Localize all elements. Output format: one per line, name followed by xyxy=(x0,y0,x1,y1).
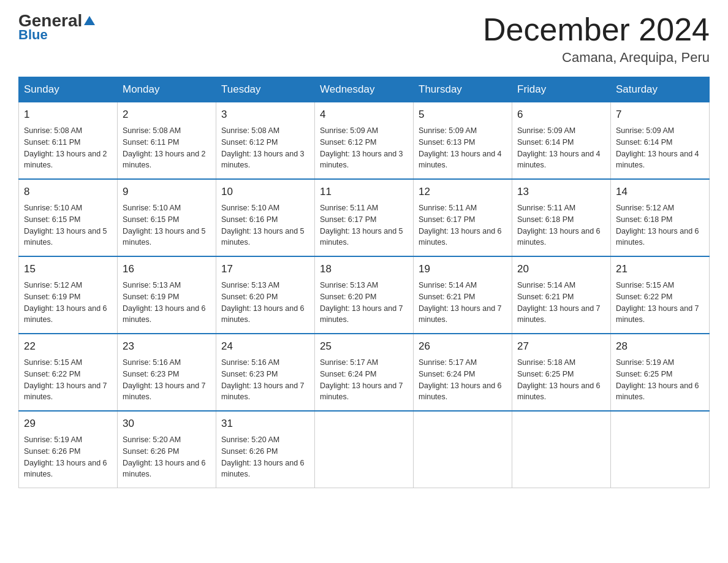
calendar-day-cell: 31 Sunrise: 5:20 AMSunset: 6:26 PMDaylig… xyxy=(216,411,315,488)
day-info: Sunrise: 5:19 AMSunset: 6:25 PMDaylight:… xyxy=(616,358,699,402)
calendar-day-cell: 30 Sunrise: 5:20 AMSunset: 6:26 PMDaylig… xyxy=(118,411,216,488)
day-info: Sunrise: 5:10 AMSunset: 6:15 PMDaylight:… xyxy=(24,204,107,247)
calendar-week-row: 29 Sunrise: 5:19 AMSunset: 6:26 PMDaylig… xyxy=(19,411,710,488)
month-title: December 2024 xyxy=(483,12,710,47)
calendar-day-cell xyxy=(512,411,611,488)
calendar-day-cell: 20 Sunrise: 5:14 AMSunset: 6:21 PMDaylig… xyxy=(512,256,611,334)
day-number: 5 xyxy=(419,107,507,123)
day-number: 25 xyxy=(320,339,408,354)
day-info: Sunrise: 5:15 AMSunset: 6:22 PMDaylight:… xyxy=(616,281,699,324)
day-info: Sunrise: 5:16 AMSunset: 6:23 PMDaylight:… xyxy=(123,358,206,402)
calendar-day-cell: 15 Sunrise: 5:12 AMSunset: 6:19 PMDaylig… xyxy=(19,256,118,334)
day-number: 23 xyxy=(123,339,211,354)
day-number: 8 xyxy=(24,185,112,200)
day-info: Sunrise: 5:08 AMSunset: 6:12 PMDaylight:… xyxy=(221,126,305,170)
day-info: Sunrise: 5:18 AMSunset: 6:25 PMDaylight:… xyxy=(517,358,601,402)
calendar-day-cell: 23 Sunrise: 5:16 AMSunset: 6:23 PMDaylig… xyxy=(118,334,216,411)
day-info: Sunrise: 5:17 AMSunset: 6:24 PMDaylight:… xyxy=(320,358,403,402)
day-info: Sunrise: 5:15 AMSunset: 6:22 PMDaylight:… xyxy=(24,358,107,402)
day-number: 9 xyxy=(123,185,211,200)
day-info: Sunrise: 5:09 AMSunset: 6:12 PMDaylight:… xyxy=(320,126,403,170)
calendar-week-row: 22 Sunrise: 5:15 AMSunset: 6:22 PMDaylig… xyxy=(19,334,710,411)
calendar-day-cell: 5 Sunrise: 5:09 AMSunset: 6:13 PMDayligh… xyxy=(414,102,512,180)
day-number: 20 xyxy=(517,262,605,277)
day-info: Sunrise: 5:11 AMSunset: 6:17 PMDaylight:… xyxy=(320,204,403,247)
day-number: 22 xyxy=(24,339,112,354)
header-tuesday: Tuesday xyxy=(216,77,315,102)
calendar-day-cell: 10 Sunrise: 5:10 AMSunset: 6:16 PMDaylig… xyxy=(216,179,315,256)
logo: General Blue xyxy=(18,12,95,43)
day-number: 30 xyxy=(123,416,211,432)
logo-blue: Blue xyxy=(18,27,48,43)
header-friday: Friday xyxy=(512,77,611,102)
calendar-day-cell: 8 Sunrise: 5:10 AMSunset: 6:15 PMDayligh… xyxy=(19,179,118,256)
day-info: Sunrise: 5:20 AMSunset: 6:26 PMDaylight:… xyxy=(221,435,305,479)
calendar-day-cell: 17 Sunrise: 5:13 AMSunset: 6:20 PMDaylig… xyxy=(216,256,315,334)
day-info: Sunrise: 5:16 AMSunset: 6:23 PMDaylight:… xyxy=(221,358,305,402)
calendar-day-cell: 2 Sunrise: 5:08 AMSunset: 6:11 PMDayligh… xyxy=(118,102,216,180)
day-info: Sunrise: 5:14 AMSunset: 6:21 PMDaylight:… xyxy=(419,281,502,324)
day-number: 11 xyxy=(320,185,408,200)
header-monday: Monday xyxy=(118,77,216,102)
calendar-day-cell xyxy=(611,411,710,488)
day-info: Sunrise: 5:12 AMSunset: 6:19 PMDaylight:… xyxy=(24,281,107,324)
calendar-day-cell: 28 Sunrise: 5:19 AMSunset: 6:25 PMDaylig… xyxy=(611,334,710,411)
day-info: Sunrise: 5:09 AMSunset: 6:14 PMDaylight:… xyxy=(517,126,601,170)
day-number: 21 xyxy=(616,262,704,277)
day-number: 7 xyxy=(616,107,704,123)
calendar-day-cell: 13 Sunrise: 5:11 AMSunset: 6:18 PMDaylig… xyxy=(512,179,611,256)
day-info: Sunrise: 5:10 AMSunset: 6:15 PMDaylight:… xyxy=(123,204,206,247)
day-info: Sunrise: 5:13 AMSunset: 6:20 PMDaylight:… xyxy=(320,281,403,324)
day-number: 12 xyxy=(419,185,507,200)
calendar-week-row: 1 Sunrise: 5:08 AMSunset: 6:11 PMDayligh… xyxy=(19,102,710,180)
calendar-day-cell xyxy=(315,411,414,488)
day-info: Sunrise: 5:13 AMSunset: 6:20 PMDaylight:… xyxy=(221,281,305,324)
calendar-day-cell: 24 Sunrise: 5:16 AMSunset: 6:23 PMDaylig… xyxy=(216,334,315,411)
calendar-header-row: SundayMondayTuesdayWednesdayThursdayFrid… xyxy=(19,77,710,102)
calendar-day-cell: 16 Sunrise: 5:13 AMSunset: 6:19 PMDaylig… xyxy=(118,256,216,334)
day-info: Sunrise: 5:11 AMSunset: 6:18 PMDaylight:… xyxy=(517,204,601,247)
calendar-week-row: 8 Sunrise: 5:10 AMSunset: 6:15 PMDayligh… xyxy=(19,179,710,256)
calendar-day-cell: 21 Sunrise: 5:15 AMSunset: 6:22 PMDaylig… xyxy=(611,256,710,334)
calendar-week-row: 15 Sunrise: 5:12 AMSunset: 6:19 PMDaylig… xyxy=(19,256,710,334)
calendar-day-cell: 12 Sunrise: 5:11 AMSunset: 6:17 PMDaylig… xyxy=(414,179,512,256)
day-number: 17 xyxy=(221,262,309,277)
location-title: Camana, Arequipa, Peru xyxy=(483,50,710,66)
day-info: Sunrise: 5:14 AMSunset: 6:21 PMDaylight:… xyxy=(517,281,601,324)
day-number: 3 xyxy=(221,107,309,123)
calendar-day-cell: 26 Sunrise: 5:17 AMSunset: 6:24 PMDaylig… xyxy=(414,334,512,411)
calendar-day-cell: 19 Sunrise: 5:14 AMSunset: 6:21 PMDaylig… xyxy=(414,256,512,334)
calendar-day-cell: 22 Sunrise: 5:15 AMSunset: 6:22 PMDaylig… xyxy=(19,334,118,411)
calendar-day-cell xyxy=(414,411,512,488)
page-header: General Blue December 2024 Camana, Arequ… xyxy=(18,12,710,66)
calendar-day-cell: 6 Sunrise: 5:09 AMSunset: 6:14 PMDayligh… xyxy=(512,102,611,180)
day-number: 24 xyxy=(221,339,309,354)
day-number: 26 xyxy=(419,339,507,354)
day-number: 2 xyxy=(123,107,211,123)
calendar-day-cell: 25 Sunrise: 5:17 AMSunset: 6:24 PMDaylig… xyxy=(315,334,414,411)
header-wednesday: Wednesday xyxy=(315,77,414,102)
day-info: Sunrise: 5:08 AMSunset: 6:11 PMDaylight:… xyxy=(123,126,206,170)
day-number: 4 xyxy=(320,107,408,123)
calendar-table: SundayMondayTuesdayWednesdayThursdayFrid… xyxy=(18,77,710,488)
day-info: Sunrise: 5:20 AMSunset: 6:26 PMDaylight:… xyxy=(123,435,206,479)
calendar-day-cell: 29 Sunrise: 5:19 AMSunset: 6:26 PMDaylig… xyxy=(19,411,118,488)
day-info: Sunrise: 5:11 AMSunset: 6:17 PMDaylight:… xyxy=(419,204,502,247)
calendar-day-cell: 1 Sunrise: 5:08 AMSunset: 6:11 PMDayligh… xyxy=(19,102,118,180)
calendar-day-cell: 4 Sunrise: 5:09 AMSunset: 6:12 PMDayligh… xyxy=(315,102,414,180)
day-info: Sunrise: 5:09 AMSunset: 6:14 PMDaylight:… xyxy=(616,126,699,170)
calendar-day-cell: 3 Sunrise: 5:08 AMSunset: 6:12 PMDayligh… xyxy=(216,102,315,180)
calendar-day-cell: 11 Sunrise: 5:11 AMSunset: 6:17 PMDaylig… xyxy=(315,179,414,256)
day-number: 13 xyxy=(517,185,605,200)
day-number: 28 xyxy=(616,339,704,354)
header-sunday: Sunday xyxy=(19,77,118,102)
title-block: December 2024 Camana, Arequipa, Peru xyxy=(483,12,710,66)
day-number: 31 xyxy=(221,416,309,432)
day-number: 27 xyxy=(517,339,605,354)
day-number: 6 xyxy=(517,107,605,123)
day-info: Sunrise: 5:08 AMSunset: 6:11 PMDaylight:… xyxy=(24,126,107,170)
calendar-day-cell: 7 Sunrise: 5:09 AMSunset: 6:14 PMDayligh… xyxy=(611,102,710,180)
header-thursday: Thursday xyxy=(414,77,512,102)
day-info: Sunrise: 5:09 AMSunset: 6:13 PMDaylight:… xyxy=(419,126,502,170)
header-saturday: Saturday xyxy=(611,77,710,102)
